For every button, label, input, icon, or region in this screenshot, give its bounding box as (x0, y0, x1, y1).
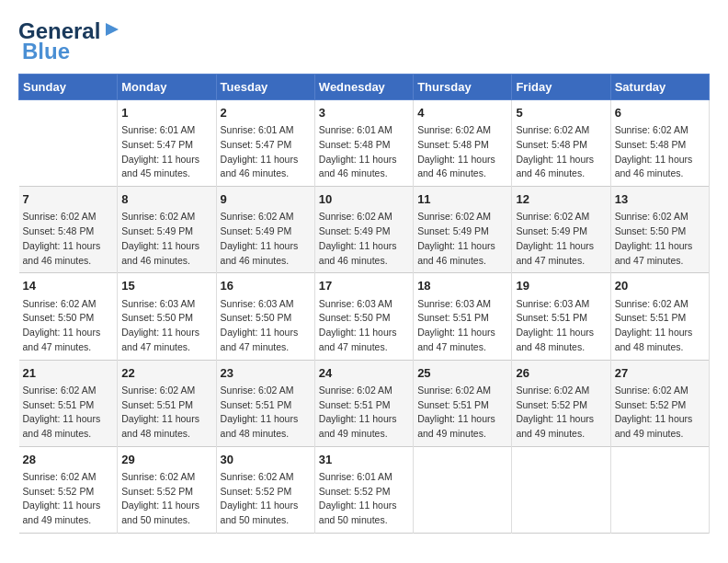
day-info: Sunrise: 6:02 AM Sunset: 5:52 PM Dayligh… (23, 471, 101, 525)
calendar-cell: 6Sunrise: 6:02 AM Sunset: 5:48 PM Daylig… (610, 100, 709, 187)
day-number: 23 (221, 365, 311, 382)
day-number: 30 (221, 452, 311, 468)
day-number: 24 (319, 365, 409, 382)
header-tuesday: Tuesday (216, 75, 314, 100)
calendar-cell: 1Sunrise: 6:01 AM Sunset: 5:47 PM Daylig… (118, 100, 216, 187)
header-thursday: Thursday (414, 75, 512, 100)
day-info: Sunrise: 6:02 AM Sunset: 5:49 PM Dayligh… (319, 211, 397, 265)
day-info: Sunrise: 6:01 AM Sunset: 5:48 PM Dayligh… (319, 124, 397, 178)
calendar-cell: 23Sunrise: 6:02 AM Sunset: 5:51 PM Dayli… (216, 360, 314, 446)
calendar-cell: 24Sunrise: 6:02 AM Sunset: 5:51 PM Dayli… (314, 360, 413, 446)
day-number: 19 (516, 278, 606, 294)
day-number: 31 (319, 452, 409, 468)
calendar-cell: 12Sunrise: 6:02 AM Sunset: 5:49 PM Dayli… (512, 187, 610, 273)
day-info: Sunrise: 6:03 AM Sunset: 5:50 PM Dayligh… (121, 298, 199, 352)
day-info: Sunrise: 6:02 AM Sunset: 5:52 PM Dayligh… (516, 385, 594, 439)
day-info: Sunrise: 6:02 AM Sunset: 5:51 PM Dayligh… (23, 385, 101, 439)
day-number: 25 (417, 365, 507, 382)
day-info: Sunrise: 6:02 AM Sunset: 5:48 PM Dayligh… (23, 211, 101, 265)
day-number: 14 (23, 278, 114, 294)
calendar-header-row: SundayMondayTuesdayWednesdayThursdayFrid… (19, 75, 710, 100)
calendar-cell (512, 446, 610, 533)
day-info: Sunrise: 6:02 AM Sunset: 5:52 PM Dayligh… (221, 471, 299, 525)
calendar-cell: 5Sunrise: 6:02 AM Sunset: 5:48 PM Daylig… (512, 100, 610, 187)
calendar-cell: 14Sunrise: 6:02 AM Sunset: 5:50 PM Dayli… (19, 273, 118, 360)
page-header: General Blue (18, 18, 710, 64)
day-number: 15 (121, 278, 211, 294)
day-number: 21 (23, 365, 114, 382)
day-number: 1 (121, 105, 211, 121)
day-number: 4 (417, 105, 507, 121)
header-friday: Friday (512, 75, 610, 100)
calendar-cell: 11Sunrise: 6:02 AM Sunset: 5:49 PM Dayli… (414, 187, 512, 273)
calendar-week-row: 28Sunrise: 6:02 AM Sunset: 5:52 PM Dayli… (19, 446, 710, 533)
calendar-cell: 13Sunrise: 6:02 AM Sunset: 5:50 PM Dayli… (610, 187, 709, 273)
day-number: 13 (615, 191, 705, 208)
svg-marker-0 (106, 23, 119, 36)
day-number: 6 (615, 105, 705, 121)
calendar-cell: 22Sunrise: 6:02 AM Sunset: 5:51 PM Dayli… (118, 360, 216, 446)
day-info: Sunrise: 6:02 AM Sunset: 5:51 PM Dayligh… (615, 298, 693, 352)
day-number: 12 (516, 191, 606, 208)
day-info: Sunrise: 6:02 AM Sunset: 5:51 PM Dayligh… (121, 385, 199, 439)
calendar-cell: 31Sunrise: 6:01 AM Sunset: 5:52 PM Dayli… (314, 446, 413, 533)
day-info: Sunrise: 6:02 AM Sunset: 5:52 PM Dayligh… (615, 385, 693, 439)
day-number: 26 (516, 365, 606, 382)
day-info: Sunrise: 6:02 AM Sunset: 5:51 PM Dayligh… (417, 385, 495, 439)
calendar-table: SundayMondayTuesdayWednesdayThursdayFrid… (18, 74, 710, 534)
header-saturday: Saturday (610, 75, 709, 100)
day-info: Sunrise: 6:02 AM Sunset: 5:49 PM Dayligh… (417, 211, 495, 265)
day-info: Sunrise: 6:02 AM Sunset: 5:48 PM Dayligh… (615, 124, 693, 178)
day-number: 3 (319, 105, 409, 121)
day-info: Sunrise: 6:03 AM Sunset: 5:50 PM Dayligh… (221, 298, 299, 352)
calendar-cell: 16Sunrise: 6:03 AM Sunset: 5:50 PM Dayli… (216, 273, 314, 360)
day-number: 18 (417, 278, 507, 294)
calendar-cell: 17Sunrise: 6:03 AM Sunset: 5:50 PM Dayli… (314, 273, 413, 360)
calendar-cell: 20Sunrise: 6:02 AM Sunset: 5:51 PM Dayli… (610, 273, 709, 360)
day-info: Sunrise: 6:01 AM Sunset: 5:52 PM Dayligh… (319, 471, 397, 525)
header-monday: Monday (118, 75, 216, 100)
calendar-cell: 19Sunrise: 6:03 AM Sunset: 5:51 PM Dayli… (512, 273, 610, 360)
calendar-cell: 30Sunrise: 6:02 AM Sunset: 5:52 PM Dayli… (216, 446, 314, 533)
day-info: Sunrise: 6:02 AM Sunset: 5:48 PM Dayligh… (516, 124, 594, 178)
calendar-cell: 28Sunrise: 6:02 AM Sunset: 5:52 PM Dayli… (19, 446, 118, 533)
calendar-cell: 18Sunrise: 6:03 AM Sunset: 5:51 PM Dayli… (414, 273, 512, 360)
logo: General Blue (18, 18, 122, 64)
day-number: 28 (23, 452, 114, 468)
day-number: 17 (319, 278, 409, 294)
calendar-cell: 27Sunrise: 6:02 AM Sunset: 5:52 PM Dayli… (610, 360, 709, 446)
calendar-cell: 26Sunrise: 6:02 AM Sunset: 5:52 PM Dayli… (512, 360, 610, 446)
day-info: Sunrise: 6:02 AM Sunset: 5:52 PM Dayligh… (121, 471, 199, 525)
day-info: Sunrise: 6:02 AM Sunset: 5:51 PM Dayligh… (221, 385, 299, 439)
day-number: 10 (319, 191, 409, 208)
day-info: Sunrise: 6:02 AM Sunset: 5:48 PM Dayligh… (417, 124, 495, 178)
day-number: 11 (417, 191, 507, 208)
day-number: 22 (121, 365, 211, 382)
calendar-cell: 10Sunrise: 6:02 AM Sunset: 5:49 PM Dayli… (314, 187, 413, 273)
day-number: 5 (516, 105, 606, 121)
calendar-cell: 2Sunrise: 6:01 AM Sunset: 5:47 PM Daylig… (216, 100, 314, 187)
calendar-cell: 29Sunrise: 6:02 AM Sunset: 5:52 PM Dayli… (118, 446, 216, 533)
day-number: 7 (23, 191, 114, 208)
day-info: Sunrise: 6:01 AM Sunset: 5:47 PM Dayligh… (221, 124, 299, 178)
day-number: 2 (221, 105, 311, 121)
day-number: 27 (615, 365, 705, 382)
calendar-cell: 9Sunrise: 6:02 AM Sunset: 5:49 PM Daylig… (216, 187, 314, 273)
logo-blue: Blue (22, 39, 70, 64)
calendar-week-row: 21Sunrise: 6:02 AM Sunset: 5:51 PM Dayli… (19, 360, 710, 446)
calendar-cell: 7Sunrise: 6:02 AM Sunset: 5:48 PM Daylig… (19, 187, 118, 273)
calendar-cell (414, 446, 512, 533)
calendar-cell: 3Sunrise: 6:01 AM Sunset: 5:48 PM Daylig… (314, 100, 413, 187)
day-info: Sunrise: 6:02 AM Sunset: 5:50 PM Dayligh… (23, 298, 101, 352)
calendar-cell (19, 100, 118, 187)
day-number: 16 (221, 278, 311, 294)
day-info: Sunrise: 6:02 AM Sunset: 5:51 PM Dayligh… (319, 385, 397, 439)
day-info: Sunrise: 6:02 AM Sunset: 5:49 PM Dayligh… (516, 211, 594, 265)
calendar-cell (610, 446, 709, 533)
day-number: 9 (221, 191, 311, 208)
header-sunday: Sunday (19, 75, 118, 100)
day-info: Sunrise: 6:02 AM Sunset: 5:49 PM Dayligh… (121, 211, 199, 265)
calendar-week-row: 14Sunrise: 6:02 AM Sunset: 5:50 PM Dayli… (19, 273, 710, 360)
day-number: 8 (121, 191, 211, 208)
day-info: Sunrise: 6:02 AM Sunset: 5:49 PM Dayligh… (221, 211, 299, 265)
